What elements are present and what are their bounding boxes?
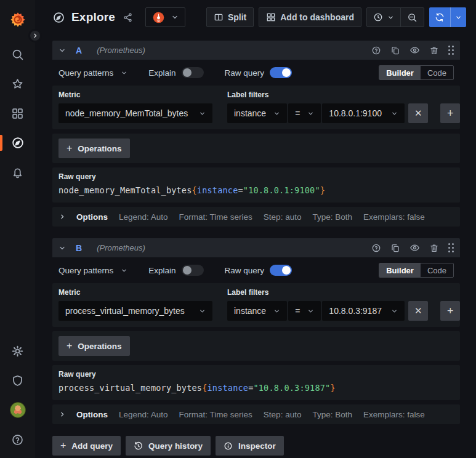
drag-handle-icon[interactable] <box>448 243 454 252</box>
disable-query-eye-icon[interactable] <box>409 243 420 253</box>
sidebar-item-dashboards[interactable] <box>0 98 35 128</box>
add-filter-button[interactable]: + <box>440 103 460 123</box>
chevron-down-icon <box>387 14 394 21</box>
history-icon <box>134 441 143 451</box>
add-query-button[interactable]: + Add query <box>52 436 121 456</box>
datasource-picker[interactable] <box>145 7 185 27</box>
filter-operator-select[interactable]: = <box>288 103 321 123</box>
raw-query-toggle[interactable] <box>270 67 292 78</box>
add-filter-button[interactable]: + <box>440 301 460 321</box>
remove-query-trash-icon[interactable] <box>429 46 439 55</box>
code-mode-tab[interactable]: Code <box>421 66 453 79</box>
inspector-label: Inspector <box>238 441 276 451</box>
query-b-operations-strip: + Operations <box>52 331 460 361</box>
metric-select[interactable]: process_virtual_memory_bytes <box>58 301 212 321</box>
option-format: Format: Time series <box>179 410 252 419</box>
refresh-icon-button[interactable] <box>429 7 450 27</box>
query-b-options-row[interactable]: Options Legend: Auto Format: Time series… <box>52 404 460 424</box>
metric-select-value: node_memory_MemTotal_bytes <box>65 108 188 118</box>
raw-query-toggle[interactable] <box>270 265 292 276</box>
filter-value-select[interactable]: 10.8.0.1:9100 <box>322 103 405 123</box>
sidebar-item-configuration[interactable] <box>0 336 35 366</box>
sidebar-item-profile[interactable] <box>0 395 35 425</box>
zoom-out-button[interactable] <box>400 8 424 26</box>
builder-mode-tab[interactable]: Builder <box>379 66 421 79</box>
explain-toggle-wrap: Explain <box>148 67 203 78</box>
metric-field-label: Metric <box>58 90 212 99</box>
sidebar-item-explore[interactable] <box>0 128 35 158</box>
query-a-options-row[interactable]: Options Legend: Auto Format: Time series… <box>52 207 460 227</box>
label-filters-field: Label filters instance = <box>227 90 460 123</box>
filter-operator-select[interactable]: = <box>288 301 321 321</box>
add-to-dashboard-label: Add to dashboard <box>280 12 354 22</box>
split-button[interactable]: Split <box>206 7 254 27</box>
filter-value-select[interactable]: 10.8.0.3:9187 <box>322 301 405 321</box>
options-title: Options <box>76 410 108 419</box>
explore-content: A (Prometheus) <box>35 34 476 458</box>
duplicate-query-icon[interactable] <box>390 243 400 253</box>
filter-key-select[interactable]: instance <box>227 103 287 123</box>
collapse-chevron-icon[interactable] <box>58 244 66 252</box>
add-to-dashboard-button[interactable]: Add to dashboard <box>259 7 361 27</box>
main-area: Explore Split Add to dashb <box>35 0 476 458</box>
metric-field: Metric process_virtual_memory_bytes <box>58 288 212 321</box>
raw-query-code: process_virtual_memory_bytes{instance="1… <box>58 383 454 394</box>
query-help-icon[interactable] <box>371 46 381 55</box>
raw-query-toggle-wrap: Raw query <box>225 265 292 276</box>
query-help-icon[interactable] <box>371 243 381 253</box>
explain-toggle[interactable] <box>182 265 204 276</box>
label-filters-field: Label filters instance = <box>227 288 460 321</box>
explain-toggle[interactable] <box>182 67 204 78</box>
query-patterns-dropdown[interactable]: Query patterns <box>58 266 127 275</box>
query-history-button[interactable]: Query history <box>126 436 211 456</box>
add-operations-button[interactable]: + Operations <box>58 336 130 356</box>
query-patterns-dropdown[interactable]: Query patterns <box>58 68 127 78</box>
sidebar-item-starred[interactable] <box>0 69 35 98</box>
label-filters-label: Label filters <box>227 90 460 99</box>
filter-key-select[interactable]: instance <box>227 301 287 321</box>
disable-query-eye-icon[interactable] <box>409 45 420 55</box>
editor-mode-switch: Builder Code <box>379 263 454 278</box>
info-circle-icon <box>224 441 233 451</box>
query-ref-id[interactable]: B <box>76 243 82 253</box>
metric-select[interactable]: node_memory_MemTotal_bytes <box>58 103 212 123</box>
sidebar-item-alerting[interactable] <box>0 158 35 187</box>
chevron-right-icon <box>59 214 65 220</box>
collapse-chevron-icon[interactable] <box>58 47 66 54</box>
raw-metric-token: process_virtual_memory_bytes <box>58 383 202 393</box>
refresh-icon <box>435 12 445 22</box>
share-icon[interactable] <box>123 12 133 23</box>
run-query-button <box>429 7 466 27</box>
chevron-down-icon <box>199 110 206 117</box>
raw-open-brace: { <box>192 185 197 195</box>
plus-icon: + <box>67 143 72 154</box>
remove-query-trash-icon[interactable] <box>429 243 439 253</box>
query-patterns-label: Query patterns <box>58 266 113 275</box>
query-history-label: Query history <box>148 441 203 451</box>
builder-mode-tab[interactable]: Builder <box>379 263 421 277</box>
sidebar-item-server-admin[interactable] <box>0 366 35 395</box>
zoom-out-icon <box>407 12 418 23</box>
raw-label-token: instance <box>208 383 249 393</box>
drag-handle-icon[interactable] <box>448 46 454 55</box>
sidebar-item-search[interactable] <box>0 39 35 69</box>
inspector-button[interactable]: Inspector <box>216 436 284 456</box>
query-a-editor-toolbar: Query patterns Explain Raw query Builder… <box>52 64 460 81</box>
remove-filter-button[interactable]: ✕ <box>408 103 428 123</box>
time-controls-group <box>366 7 424 27</box>
time-range-picker[interactable] <box>367 8 400 26</box>
chevron-down-icon <box>391 308 398 315</box>
query-b-header: B (Prometheus) <box>52 238 460 257</box>
query-a-builder-card: Metric node_memory_MemTotal_bytes Label … <box>52 86 460 129</box>
remove-filter-button[interactable]: ✕ <box>408 301 428 321</box>
refresh-interval-dropdown[interactable] <box>450 7 466 27</box>
duplicate-query-icon[interactable] <box>390 46 400 55</box>
raw-query-title: Raw query <box>58 172 454 181</box>
option-legend: Legend: Auto <box>119 212 168 222</box>
query-ref-id[interactable]: A <box>76 46 82 55</box>
explain-toggle-wrap: Explain <box>148 265 203 276</box>
gear-icon <box>11 345 24 358</box>
code-mode-tab[interactable]: Code <box>421 263 453 277</box>
add-operations-button[interactable]: + Operations <box>58 139 130 158</box>
sidebar-item-help[interactable] <box>0 425 35 454</box>
